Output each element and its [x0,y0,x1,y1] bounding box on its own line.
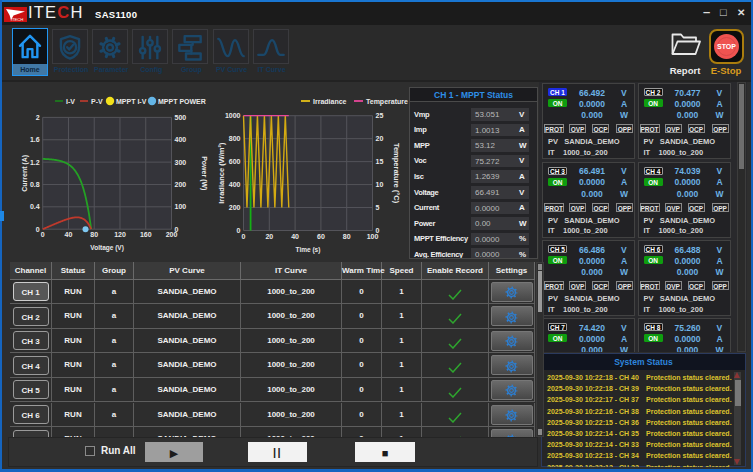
svg-text:400: 400 [175,136,187,143]
svg-text:5: 5 [376,204,380,211]
svg-text:0: 0 [376,227,380,234]
svg-text:0: 0 [175,226,179,233]
svg-text:0: 0 [237,227,241,234]
svg-text:Irradiance (W/m²): Irradiance (W/m²) [217,142,226,204]
svg-text:500: 500 [175,114,187,121]
svg-text:1.6: 1.6 [30,136,40,143]
svg-text:1.2: 1.2 [30,159,40,166]
svg-text:Temperature (°C): Temperature (°C) [392,143,401,204]
svg-text:0.4: 0.4 [30,203,40,210]
svg-text:800: 800 [229,135,241,142]
svg-text:20: 20 [376,135,384,142]
svg-text:600: 600 [229,158,241,165]
svg-text:0.8: 0.8 [30,181,40,188]
svg-text:0: 0 [41,231,45,238]
svg-text:MPPT POWER: MPPT POWER [158,98,206,105]
svg-text:Current (A): Current (A) [21,155,29,192]
svg-text:25: 25 [376,112,384,119]
svg-text:200: 200 [175,181,187,188]
svg-text:15: 15 [376,158,384,165]
svg-text:MPPT I-V: MPPT I-V [116,98,147,105]
svg-text:2: 2 [36,114,40,121]
svg-text:200: 200 [229,204,241,211]
svg-text:Time (s): Time (s) [296,246,321,254]
svg-text:Irradiance: Irradiance [313,98,347,105]
svg-text:Voltage (V): Voltage (V) [90,244,123,252]
svg-text:20: 20 [265,233,273,240]
svg-text:40: 40 [291,233,299,240]
svg-text:300: 300 [175,159,187,166]
svg-text:40: 40 [65,231,73,238]
svg-text:ITECH: ITECH [11,17,24,22]
svg-text:80: 80 [90,231,98,238]
svg-text:400: 400 [229,181,241,188]
svg-text:100: 100 [175,203,187,210]
svg-text:80: 80 [343,233,351,240]
svg-text:1000: 1000 [225,112,241,119]
svg-text:0: 0 [242,233,246,240]
svg-text:Temperature: Temperature [366,98,408,106]
svg-text:10: 10 [376,181,384,188]
svg-text:P-V: P-V [91,98,103,105]
svg-text:Power (W): Power (W) [200,156,208,190]
svg-text:160: 160 [140,231,152,238]
svg-text:60: 60 [317,233,325,240]
svg-text:I-V: I-V [66,98,75,105]
svg-text:0: 0 [36,226,40,233]
svg-text:120: 120 [114,231,126,238]
